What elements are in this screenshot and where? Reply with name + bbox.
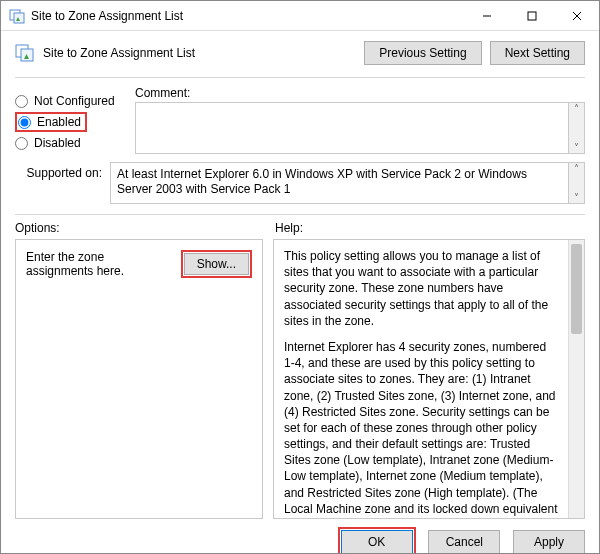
help-scrollbar[interactable]	[568, 240, 584, 518]
help-panel: This policy setting allows you to manage…	[273, 239, 585, 519]
options-enter-label: Enter the zone assignments here.	[26, 250, 175, 278]
options-heading: Options:	[15, 221, 265, 235]
help-paragraph: Internet Explorer has 4 security zones, …	[284, 339, 558, 518]
titlebar: Site to Zone Assignment List	[1, 1, 599, 31]
close-button[interactable]	[554, 1, 599, 30]
app-icon	[9, 8, 25, 24]
state-radio-group: Not Configured Enabled Disabled	[15, 86, 135, 154]
radio-disabled-label: Disabled	[34, 136, 81, 150]
maximize-button[interactable]	[509, 1, 554, 30]
radio-not-configured[interactable]: Not Configured	[15, 94, 135, 108]
comment-scrollbar[interactable]: ˄˅	[569, 102, 585, 154]
footer: OK Cancel Apply	[1, 519, 599, 554]
next-setting-button[interactable]: Next Setting	[490, 41, 585, 65]
cancel-button[interactable]: Cancel	[428, 530, 500, 554]
window-title: Site to Zone Assignment List	[31, 9, 464, 23]
svg-rect-3	[528, 12, 536, 20]
ok-button[interactable]: OK	[341, 530, 413, 554]
divider	[15, 77, 585, 78]
comment-textarea[interactable]	[135, 102, 569, 154]
highlight-enabled: Enabled	[15, 112, 87, 132]
comment-label: Comment:	[135, 86, 190, 100]
radio-enabled[interactable]: Enabled	[18, 115, 81, 129]
header: Site to Zone Assignment List Previous Se…	[1, 31, 599, 65]
supported-label: Supported on:	[15, 162, 110, 180]
help-paragraph: This policy setting allows you to manage…	[284, 248, 558, 329]
supported-value: At least Internet Explorer 6.0 in Window…	[110, 162, 569, 204]
show-button[interactable]: Show...	[184, 253, 249, 275]
divider	[15, 214, 585, 215]
radio-enabled-label: Enabled	[37, 115, 81, 129]
supported-scrollbar[interactable]: ˄˅	[569, 162, 585, 204]
minimize-button[interactable]	[464, 1, 509, 30]
highlight-ok: OK	[338, 527, 416, 554]
highlight-show: Show...	[181, 250, 252, 278]
radio-disabled[interactable]: Disabled	[15, 136, 135, 150]
svg-rect-1	[14, 13, 24, 23]
policy-icon	[15, 43, 35, 63]
help-text: This policy setting allows you to manage…	[274, 240, 568, 518]
radio-not-configured-label: Not Configured	[34, 94, 115, 108]
options-panel: Enter the zone assignments here. Show...	[15, 239, 263, 519]
previous-setting-button[interactable]: Previous Setting	[364, 41, 481, 65]
apply-button[interactable]: Apply	[513, 530, 585, 554]
help-heading: Help:	[265, 221, 585, 235]
policy-title: Site to Zone Assignment List	[43, 46, 364, 60]
